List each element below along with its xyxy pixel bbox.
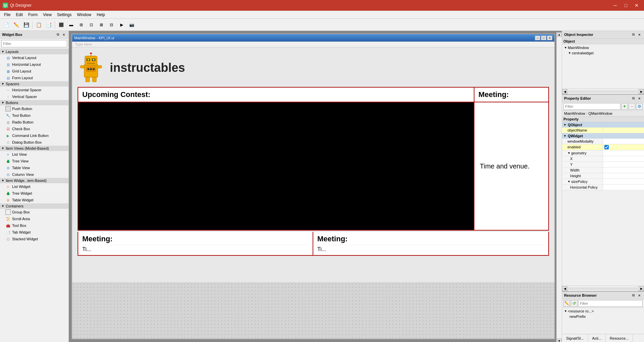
- prop-scroll-left[interactable]: ◀: [562, 286, 567, 291]
- prop-group-qobject[interactable]: ▼ QObject: [562, 122, 644, 128]
- prop-y-value[interactable]: [603, 162, 644, 167]
- menu-settings[interactable]: Settings: [54, 12, 74, 18]
- toolbar-layout-f-btn[interactable]: ⊡: [87, 20, 96, 30]
- menu-help[interactable]: Help: [94, 12, 108, 18]
- maximize-button[interactable]: □: [621, 2, 631, 9]
- toolbar-adjust-btn[interactable]: ⊟: [107, 20, 116, 30]
- toolbar-layout-g-btn[interactable]: ⊞: [77, 20, 86, 30]
- widget-stacked-widget[interactable]: ⬡ Stacked Widget: [0, 236, 68, 242]
- obj-row-centralwidget[interactable]: ▼ centralwidget: [567, 50, 643, 56]
- category-item-widgets[interactable]: ▼ Item Widge...tem-Based): [0, 178, 68, 183]
- menu-file[interactable]: File: [1, 12, 13, 18]
- widget-horizontal-layout[interactable]: ▥ Horizontal Layout: [0, 61, 68, 68]
- category-layouts[interactable]: ▼ Layouts: [0, 49, 68, 54]
- widget-vertical-spacer[interactable]: ↕ Vertical Spacer: [0, 93, 68, 100]
- tab-action[interactable]: Acti...: [588, 334, 606, 342]
- widget-tab-widget[interactable]: 📑 Tab Widget: [0, 229, 68, 236]
- object-tree[interactable]: ▼ MainWindow ▼ centralwidget: [562, 44, 644, 89]
- prop-sizepolicy-value[interactable]: [603, 179, 644, 184]
- canvas-area[interactable]: instructables Upcoming Contest: Meeting:…: [72, 47, 554, 339]
- widget-scroll-area[interactable]: 📜 Scroll Area: [0, 215, 68, 222]
- toolbar-break-btn[interactable]: ⊠: [97, 20, 106, 30]
- menu-form[interactable]: Form: [26, 12, 40, 18]
- resource-row-prefix[interactable]: newPrefix: [563, 314, 643, 319]
- prop-geometry-value[interactable]: [603, 150, 644, 156]
- prop-remove-btn[interactable]: −: [629, 103, 635, 110]
- widget-vertical-layout[interactable]: ▤ Vertical Layout: [0, 54, 68, 61]
- widget-list-widget[interactable]: ≡ List Widget: [0, 183, 68, 190]
- prop-x-value[interactable]: [603, 156, 644, 161]
- prop-hpolicy-value[interactable]: [603, 185, 644, 190]
- widget-list-view[interactable]: ≡ List View: [0, 151, 68, 158]
- widget-grid-layout[interactable]: ▦ Grid Layout: [0, 68, 68, 75]
- sub-window-min-btn[interactable]: ─: [535, 36, 540, 40]
- toolbar-save-btn[interactable]: 💾: [21, 20, 31, 30]
- toolbar-layout-v-btn[interactable]: ⬛: [56, 20, 66, 30]
- widget-form-layout[interactable]: ▧ Form Layout: [0, 75, 68, 81]
- obj-scroll-right[interactable]: ▶: [639, 89, 644, 94]
- toolbar-layout-h-btn[interactable]: ▬: [66, 20, 76, 30]
- menu-window[interactable]: Window: [74, 12, 94, 18]
- resource-row-root[interactable]: ▼ <resource ro...>: [563, 308, 643, 314]
- widget-tool-box[interactable]: 🧰 Tool Box: [0, 222, 68, 229]
- widget-group-box[interactable]: Group Box: [0, 209, 68, 215]
- widget-column-view[interactable]: ⊟ Column View: [0, 171, 68, 178]
- widget-box-close-btn[interactable]: ✕: [61, 32, 66, 37]
- toolbar-copy-btn[interactable]: 📋: [34, 20, 43, 30]
- category-spacers[interactable]: ▼ Spacers: [0, 81, 68, 87]
- category-containers[interactable]: ▼ Containers: [0, 203, 68, 209]
- widget-tree-widget[interactable]: 🌲 Tree Widget: [0, 190, 68, 197]
- menu-edit[interactable]: Edit: [13, 12, 26, 18]
- minimize-button[interactable]: ─: [610, 2, 620, 9]
- menu-view[interactable]: View: [40, 12, 54, 18]
- resource-filter-input[interactable]: [578, 300, 643, 307]
- widget-box-filter-input[interactable]: [1, 40, 67, 47]
- widget-tool-button[interactable]: 🔧 Tool Button: [0, 112, 68, 119]
- scroll-down-btn[interactable]: ▼: [557, 339, 562, 342]
- widget-command-link-button[interactable]: ▶ Command Link Button: [0, 132, 68, 139]
- widget-check-box[interactable]: ☑ Check Box: [0, 126, 68, 132]
- property-filter-input[interactable]: [563, 103, 620, 110]
- property-editor-close-btn[interactable]: ✕: [637, 96, 642, 101]
- widget-horizontal-spacer[interactable]: ↔ Horizontal Spacer: [0, 87, 68, 93]
- prop-objectname-value[interactable]: [603, 128, 644, 133]
- prop-add-btn[interactable]: +: [621, 103, 628, 110]
- obj-row-mainwindow[interactable]: ▼ MainWindow: [563, 45, 643, 50]
- resource-tree[interactable]: ▼ <resource ro...> newPrefix: [562, 308, 644, 334]
- widget-table-view[interactable]: ⊞ Table View: [0, 164, 68, 171]
- prop-width-value[interactable]: [603, 167, 644, 173]
- toolbar-paste-btn[interactable]: 📑: [44, 20, 53, 30]
- close-button[interactable]: ✕: [632, 2, 641, 9]
- prop-enabled-value[interactable]: [603, 144, 644, 150]
- toolbar-resource-btn[interactable]: 📷: [127, 20, 136, 30]
- toolbar-new-btn[interactable]: 📄: [1, 20, 11, 30]
- property-editor-float-btn[interactable]: ⧉: [631, 96, 636, 101]
- widget-radio-button[interactable]: ◎ Radio Button: [0, 119, 68, 126]
- category-buttons[interactable]: ▼ Buttons: [0, 100, 68, 105]
- obj-scroll-left[interactable]: ◀: [562, 89, 567, 94]
- widget-dialog-button-box[interactable]: □ Dialog Button Box: [0, 139, 68, 146]
- object-inspector-close-btn[interactable]: ✕: [637, 32, 642, 37]
- resource-edit-btn[interactable]: ✏️: [563, 300, 570, 307]
- toolbar-edit-btn[interactable]: ✏️: [11, 20, 21, 30]
- scroll-up-btn[interactable]: ▲: [557, 32, 562, 37]
- category-item-views[interactable]: ▼ Item Views (Model-Based): [0, 146, 68, 151]
- form-menu-type-here[interactable]: Type Here: [75, 42, 92, 46]
- resource-browser-close-btn[interactable]: ✕: [637, 293, 642, 298]
- enabled-checkbox[interactable]: [604, 145, 609, 149]
- widget-table-widget[interactable]: ⊞ Table Widget: [0, 197, 68, 203]
- toolbar-preview-btn[interactable]: ▶: [117, 20, 126, 30]
- resource-refresh-btn[interactable]: ↺: [571, 300, 578, 307]
- prop-windowmodality-value[interactable]: [603, 139, 644, 144]
- prop-config-btn[interactable]: ⚙: [636, 103, 643, 110]
- widget-push-button[interactable]: Push Button: [0, 105, 68, 112]
- object-inspector-float-btn[interactable]: ⧉: [631, 32, 636, 37]
- prop-scroll-right[interactable]: ▶: [639, 286, 644, 291]
- resource-browser-float-btn[interactable]: ⧉: [631, 293, 636, 298]
- sub-window-close-btn[interactable]: ✕: [547, 36, 552, 40]
- widget-tree-view[interactable]: 🌲 Tree View: [0, 158, 68, 164]
- sub-window-max-btn[interactable]: □: [541, 36, 546, 40]
- prop-group-qwidget[interactable]: ▼ QWidget: [562, 133, 644, 139]
- widget-box-float-btn[interactable]: ⧉: [55, 32, 60, 37]
- prop-height-value[interactable]: [603, 173, 644, 179]
